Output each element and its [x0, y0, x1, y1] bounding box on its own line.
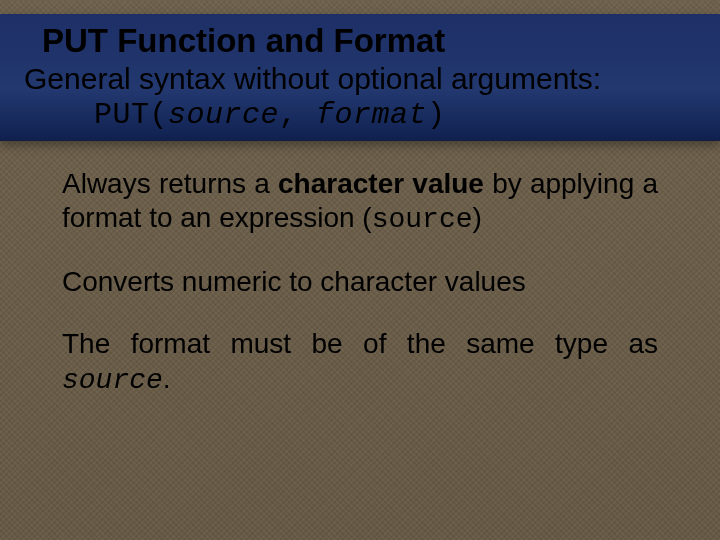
syntax-arg-format: format [316, 98, 427, 132]
syntax-open: ( [150, 98, 169, 132]
paragraph-3: The format must be of the same type as s… [62, 327, 658, 397]
p1-code-source: source [372, 204, 473, 235]
p3-text-2: . [163, 363, 171, 394]
p3-code-source: source [62, 365, 163, 396]
syntax-close: ) [427, 98, 446, 132]
syntax-fn: PUT [94, 98, 150, 132]
title-band: PUT Function and Format General syntax w… [0, 14, 720, 141]
slide-header: PUT Function and Format General syntax w… [0, 0, 720, 141]
slide-title: PUT Function and Format [10, 14, 710, 62]
syntax-sep: , [279, 98, 316, 132]
slide-body: Always returns a character value by appl… [0, 141, 720, 398]
p1-text-3: ) [473, 202, 482, 233]
slide-subtitle: General syntax without optional argument… [10, 62, 710, 98]
syntax-arg-source: source [168, 98, 279, 132]
syntax-line: PUT(source, format) [10, 98, 710, 140]
p3-text-1: The format must be of the same type as [62, 328, 658, 359]
p1-bold: character value [278, 168, 484, 199]
paragraph-2: Converts numeric to character values [62, 265, 658, 299]
paragraph-1: Always returns a character value by appl… [62, 167, 658, 237]
p1-text-1: Always returns a [62, 168, 278, 199]
